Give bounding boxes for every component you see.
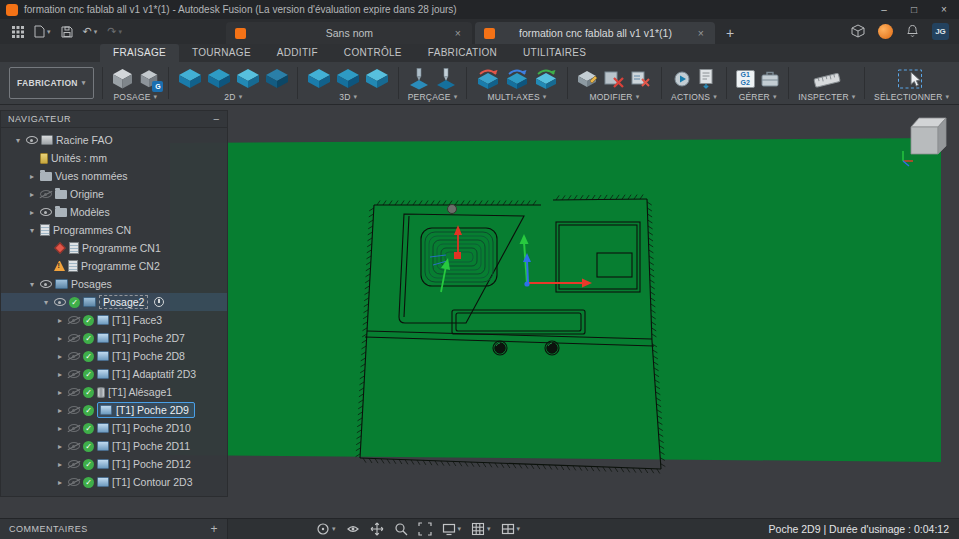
stock-body[interactable]: [170, 138, 941, 462]
visibility-on-icon[interactable]: [54, 298, 66, 306]
measure-ruler-icon[interactable]: [813, 68, 841, 89]
tab-tournage[interactable]: TOURNAGE: [179, 44, 264, 62]
actions-dropdown[interactable]: ACTIONS▾: [671, 92, 717, 102]
3d-dropdown[interactable]: 3D▾: [339, 92, 357, 102]
2d-face-icon[interactable]: [236, 68, 260, 90]
fit-view-icon[interactable]: [418, 522, 432, 536]
chevron-down-icon[interactable]: ▾: [41, 298, 51, 307]
tree-item-unites[interactable]: Unités : mm: [1, 149, 227, 167]
tree-item-poche-2d7[interactable]: ▸ ✓ [T1] Poche 2D7: [1, 329, 227, 347]
drill-icon[interactable]: [408, 68, 430, 90]
tree-item-poche-2d10[interactable]: ▸ ✓ [T1] Poche 2D10: [1, 419, 227, 437]
percage-dropdown[interactable]: PERÇAGE▾: [408, 92, 458, 102]
chevron-down-icon[interactable]: ▾: [27, 280, 37, 289]
close-button[interactable]: ×: [929, 0, 959, 19]
chevron-right-icon[interactable]: ▸: [55, 478, 65, 487]
document-tab-formation[interactable]: formation cnc fablab all v1 v1*(1) ×: [475, 22, 715, 44]
tree-item-vues-nommees[interactable]: ▸ Vues nommées: [1, 167, 227, 185]
chevron-right-icon[interactable]: ▸: [27, 190, 37, 199]
delete-toolpath-icon[interactable]: [603, 68, 625, 90]
tree-item-programme-cn1[interactable]: Programme CN1: [1, 239, 227, 257]
rotary-icon[interactable]: [534, 68, 558, 90]
save-icon[interactable]: [61, 26, 73, 38]
tree-item-poche-2d9[interactable]: ▸ ✓ [T1] Poche 2D9: [1, 401, 227, 419]
tree-item-origine[interactable]: ▸ Origine: [1, 185, 227, 203]
selectionner-dropdown[interactable]: SÉLECTIONNER▾: [874, 92, 949, 102]
bore-icon[interactable]: [435, 68, 457, 90]
chevron-down-icon[interactable]: ▾: [13, 136, 23, 145]
maximize-button[interactable]: □: [899, 0, 929, 19]
tree-item-modeles[interactable]: ▸ Modèles: [1, 203, 227, 221]
add-comment-button[interactable]: +: [210, 522, 218, 536]
extensions-cube-icon[interactable]: [851, 24, 865, 40]
tree-item-alesage1[interactable]: ▸ ✓ [T1] Alésage1: [1, 383, 227, 401]
comments-panel[interactable]: COMMENTAIRES +: [0, 519, 228, 539]
multiaxis-contour-icon[interactable]: [505, 68, 529, 90]
3d-adaptive-icon[interactable]: [307, 68, 331, 90]
simulate-icon[interactable]: [672, 69, 692, 89]
close-tab-icon[interactable]: ×: [696, 27, 706, 39]
chevron-right-icon[interactable]: ▸: [55, 316, 65, 325]
modifier-dropdown[interactable]: MODIFIER▾: [590, 92, 640, 102]
visibility-off-icon[interactable]: [68, 424, 80, 432]
tab-fabrication[interactable]: FABRICATION: [415, 44, 510, 62]
tree-item-programmes-cn[interactable]: ▾ Programmes CN: [1, 221, 227, 239]
workspace-selector-button[interactable]: FABRICATION ▾: [9, 67, 94, 99]
chevron-right-icon[interactable]: ▸: [55, 370, 65, 379]
viewport-canvas[interactable]: NAVIGATEUR − ▾ Racine FAO Unités : mm ▸: [0, 105, 959, 518]
tree-item-poche-2d12[interactable]: ▸ ✓ [T1] Poche 2D12: [1, 455, 227, 473]
apps-grid-icon[interactable]: [12, 26, 24, 38]
visibility-off-icon[interactable]: [40, 190, 52, 198]
3d-parallel-icon[interactable]: [336, 68, 360, 90]
tree-item-face3[interactable]: ▸ ✓ [T1] Face3: [1, 311, 227, 329]
tree-item-racine-fao[interactable]: ▾ Racine FAO: [1, 131, 227, 149]
2d-contour-icon[interactable]: [207, 68, 231, 90]
chevron-right-icon[interactable]: ▸: [55, 334, 65, 343]
tool-library-icon[interactable]: [760, 69, 780, 88]
inspecter-dropdown[interactable]: INSPECTER▾: [798, 92, 855, 102]
visibility-off-icon[interactable]: [68, 388, 80, 396]
edit-toolpath-icon[interactable]: [576, 68, 598, 90]
setup-stock-icon[interactable]: [111, 68, 134, 90]
minimize-button[interactable]: –: [869, 0, 899, 19]
tree-item-adaptatif-2d3[interactable]: ▸ ✓ [T1] Adaptatif 2D3: [1, 365, 227, 383]
job-status-avatar[interactable]: [878, 24, 893, 39]
visibility-off-icon[interactable]: [68, 334, 80, 342]
chevron-right-icon[interactable]: ▸: [55, 406, 65, 415]
redo-icon[interactable]: ↷▾: [107, 25, 122, 38]
visibility-off-icon[interactable]: [68, 460, 80, 468]
chevron-right-icon[interactable]: ▸: [27, 208, 37, 217]
grid-snaps-icon[interactable]: ▾: [471, 522, 491, 536]
viewports-icon[interactable]: ▾: [501, 522, 521, 536]
navigator-header[interactable]: NAVIGATEUR −: [1, 111, 227, 128]
selected-item-box[interactable]: [T1] Poche 2D9: [97, 402, 195, 418]
chevron-down-icon[interactable]: ▾: [27, 226, 37, 235]
tree-item-poche-2d8[interactable]: ▸ ✓ [T1] Poche 2D8: [1, 347, 227, 365]
chevron-right-icon[interactable]: ▸: [55, 388, 65, 397]
visibility-off-icon[interactable]: [68, 442, 80, 450]
tree-item-posage2[interactable]: ▾ ✓ Posage2: [1, 293, 227, 311]
multiaxes-dropdown[interactable]: MULTI-AXES▾: [487, 92, 546, 102]
tree-item-posages[interactable]: ▾ Posages: [1, 275, 227, 293]
tab-additif[interactable]: ADDITIF: [264, 44, 331, 62]
display-settings-icon[interactable]: ▾: [442, 522, 462, 536]
tab-controle[interactable]: CONTRÔLE: [331, 44, 415, 62]
gerer-dropdown[interactable]: GÉRER▾: [739, 92, 777, 102]
new-tab-button[interactable]: +: [726, 25, 734, 41]
2d-slot-icon[interactable]: [265, 68, 289, 90]
undo-icon[interactable]: ↶▾: [83, 25, 98, 38]
tree-item-contour-2d3[interactable]: ▸ ✓ [T1] Contour 2D3: [1, 473, 227, 491]
swarf-icon[interactable]: [476, 68, 500, 90]
chevron-right-icon[interactable]: ▸: [27, 172, 37, 181]
document-tab-sans-nom[interactable]: Sans nom ×: [226, 22, 472, 44]
chevron-right-icon[interactable]: ▸: [55, 442, 65, 451]
notification-bell-icon[interactable]: [906, 24, 919, 40]
pan-icon[interactable]: [370, 522, 384, 536]
visibility-off-icon[interactable]: [68, 406, 80, 414]
visibility-off-icon[interactable]: [68, 352, 80, 360]
chevron-right-icon[interactable]: ▸: [55, 352, 65, 361]
look-at-icon[interactable]: [346, 522, 360, 536]
gcode-programs-icon[interactable]: G1G2: [736, 70, 755, 88]
tab-fraisage[interactable]: FRAISAGE: [100, 44, 179, 62]
chevron-right-icon[interactable]: ▸: [55, 460, 65, 469]
